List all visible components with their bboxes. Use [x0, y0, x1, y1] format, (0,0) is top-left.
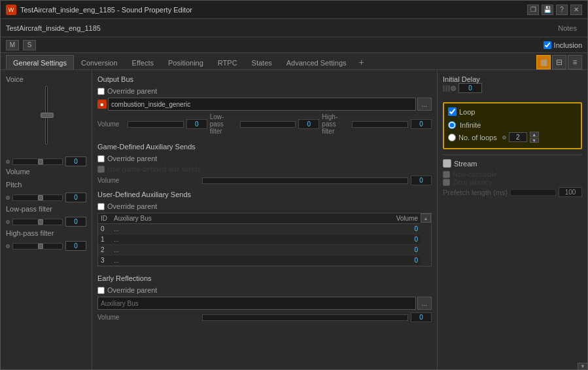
user-def-section: User-Defined Auxiliary Sends Override pa…	[97, 191, 432, 267]
early-ref-volume-slider[interactable]	[202, 314, 408, 321]
initial-delay-title: Initial Delay	[443, 75, 480, 83]
add-tab-button[interactable]: +	[354, 55, 370, 69]
early-ref-volume-value[interactable]: 0	[411, 312, 432, 322]
aux-table-header: ID Auxiliary Bus Volume	[98, 213, 421, 224]
zero-latency-row: Zero latency	[443, 178, 582, 186]
row-volume-2: 0	[388, 245, 421, 255]
pitch-mini-slider[interactable]	[12, 194, 63, 201]
delay-slider-dot[interactable]	[451, 86, 456, 91]
bus-more-button[interactable]: ...	[417, 98, 432, 111]
zero-latency-checkbox[interactable]	[443, 179, 450, 186]
tab-rtpc[interactable]: RTPC	[211, 55, 245, 69]
stream-checkbox[interactable]	[443, 159, 451, 168]
aux-table-scroll: ID Auxiliary Bus Volume 0 ... 0	[98, 213, 421, 266]
row-volume-0: 0	[388, 224, 421, 234]
loop-checkbox[interactable]	[448, 107, 457, 116]
volume-value[interactable]: 0	[65, 157, 86, 166]
voice-slider-track[interactable]	[45, 86, 48, 145]
list-view-button[interactable]: ≡	[568, 55, 582, 69]
highpass-dot	[6, 244, 10, 248]
s-button[interactable]: S	[23, 40, 36, 50]
game-def-volume-value[interactable]: 0	[411, 176, 432, 185]
output-volume-slider[interactable]	[128, 121, 184, 128]
delay-bar-3	[448, 85, 450, 92]
row-id-1: 1	[98, 234, 111, 245]
output-highpass-slider[interactable]	[352, 121, 408, 128]
output-volume-value[interactable]: 0	[186, 119, 207, 129]
prefetch-value: 100	[559, 187, 582, 197]
initial-delay-section: Initial Delay 0	[443, 75, 582, 93]
row-bus-1: ...	[111, 234, 388, 245]
user-def-override-checkbox[interactable]	[97, 203, 105, 210]
table-scroll-up[interactable]: ▲	[421, 213, 431, 223]
infinite-label: Infinite	[460, 121, 481, 129]
early-ref-override-row: Override parent	[97, 286, 432, 294]
bus-name-input[interactable]	[108, 98, 416, 111]
row-volume-1: 0	[388, 234, 421, 245]
lowpass-param: Low-pass filter 0	[6, 205, 86, 227]
output-override-checkbox[interactable]	[97, 88, 105, 95]
game-def-override-checkbox[interactable]	[97, 155, 105, 162]
loops-decrement[interactable]: ▼	[530, 138, 539, 143]
num-loops-radio[interactable]	[448, 134, 456, 141]
row-volume-3: 0	[388, 255, 421, 266]
help-button[interactable]: ?	[556, 5, 568, 15]
highpass-param: High-pass filter 0	[6, 229, 86, 251]
grid-view-button[interactable]: ▦	[536, 55, 551, 69]
output-lowpass-slider[interactable]	[240, 121, 296, 128]
save-button[interactable]: 💾	[542, 5, 553, 15]
output-highpass-value[interactable]: 0	[411, 119, 432, 129]
tab-conversion[interactable]: Conversion	[74, 55, 125, 69]
highpass-label: High-pass filter	[6, 229, 86, 237]
output-lowpass-value[interactable]: 0	[298, 119, 319, 129]
early-ref-more-button[interactable]: ...	[417, 297, 432, 310]
early-ref-override-checkbox[interactable]	[97, 287, 105, 294]
main-window: W TestAircraft_inside_eng_1185 - Sound P…	[0, 0, 588, 370]
columns-view-button[interactable]: ⊟	[552, 55, 566, 69]
close-button[interactable]: ✕	[570, 5, 582, 15]
game-def-volume-row: Volume 0	[97, 176, 432, 185]
loops-increment[interactable]: ▲	[530, 132, 539, 137]
tab-states[interactable]: States	[245, 55, 279, 69]
prefetch-label: Prefetch length (ms)	[443, 189, 508, 196]
voice-slider-thumb[interactable]	[41, 113, 54, 118]
col-id: ID	[98, 213, 111, 224]
col-volume: Volume	[388, 213, 421, 224]
game-def-section: Game-Defined Auxiliary Sends Override pa…	[97, 143, 432, 185]
pitch-value[interactable]: 0	[65, 193, 86, 202]
highpass-value[interactable]: 0	[65, 241, 86, 251]
delay-row: 0	[443, 83, 582, 93]
stream-title: Stream	[454, 160, 477, 168]
infinite-radio[interactable]	[448, 121, 456, 129]
view-icons: ▦ ⊟ ≡	[536, 55, 582, 69]
use-game-def-checkbox[interactable]	[97, 166, 105, 173]
inclusion-checkbox[interactable]	[544, 41, 551, 49]
tab-general-settings[interactable]: General Settings	[6, 55, 74, 69]
m-button[interactable]: M	[6, 40, 19, 50]
prefetch-slider	[510, 189, 556, 196]
row-bus-0: ...	[111, 224, 388, 234]
tab-advanced-settings[interactable]: Advanced Settings	[279, 55, 354, 69]
volume-mini-slider[interactable]	[12, 158, 63, 165]
loops-value[interactable]: 2	[509, 132, 527, 142]
voice-label: Voice	[6, 75, 24, 83]
tab-positioning[interactable]: Positioning	[161, 55, 211, 69]
num-loops-label: No. of loops	[458, 134, 497, 141]
delay-value[interactable]: 0	[458, 83, 482, 93]
highpass-mini-slider[interactable]	[12, 243, 63, 250]
volume-dot	[6, 160, 10, 164]
lowpass-mini-slider[interactable]	[12, 219, 63, 225]
tabs-bar: General Settings Conversion Effects Posi…	[1, 53, 587, 70]
restore-button[interactable]: ❐	[527, 5, 539, 15]
non-cachable-checkbox[interactable]	[443, 171, 450, 178]
delay-indicator	[443, 85, 456, 92]
inclusion-row: Inclusion	[544, 41, 582, 49]
early-ref-volume-row: Volume 0	[97, 312, 432, 322]
tab-effects[interactable]: Effects	[125, 55, 161, 69]
output-bus-section: Output Bus Override parent ■ ... Volume …	[97, 75, 432, 135]
lowpass-value[interactable]: 0	[65, 217, 86, 227]
game-def-volume-slider[interactable]	[202, 177, 408, 184]
loop-title: Loop	[459, 108, 475, 116]
early-ref-bus-input[interactable]	[97, 297, 416, 310]
output-override-row: Override parent	[97, 87, 432, 95]
